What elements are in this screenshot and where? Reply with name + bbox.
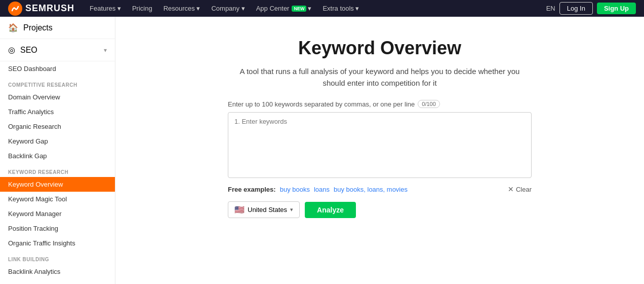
section-keyword-research: KEYWORD RESEARCH xyxy=(0,163,115,177)
example-buy-books[interactable]: buy books xyxy=(280,186,310,193)
section-competitive-research: COMPETITIVE RESEARCH xyxy=(0,76,115,90)
seo-label: SEO xyxy=(20,46,37,55)
logo-text: SEMRUSH xyxy=(25,3,74,14)
sidebar-item-seo[interactable]: ◎ SEO ▾ xyxy=(0,39,115,61)
page-subtitle: A tool that runs a full analysis of your… xyxy=(228,66,532,89)
sidebar-item-projects[interactable]: 🏠 Projects xyxy=(0,17,115,39)
clear-label: Clear xyxy=(516,186,532,193)
sidebar-item-organic-research[interactable]: Organic Research xyxy=(0,119,115,134)
seo-icon: ◎ xyxy=(8,45,15,55)
signup-button[interactable]: Sign Up xyxy=(597,3,636,14)
chevron-down-icon: ▾ xyxy=(104,47,107,54)
x-icon: ✕ xyxy=(508,185,514,193)
sidebar-item-backlink-gap[interactable]: Backlink Gap xyxy=(0,149,115,163)
app-center-badge: NEW xyxy=(292,6,306,12)
bottom-row: 🇺🇸 United States ▾ Analyze xyxy=(228,201,532,218)
logo[interactable]: SEMRUSH xyxy=(8,2,74,16)
home-icon: 🏠 xyxy=(8,23,18,32)
section-link-building: LINK BUILDING xyxy=(0,251,115,264)
example-loans[interactable]: loans xyxy=(314,186,330,193)
analyze-button[interactable]: Analyze xyxy=(305,202,356,218)
us-flag-icon: 🇺🇸 xyxy=(234,205,245,215)
free-examples-row: Free examples: buy books loans buy books… xyxy=(228,185,532,193)
nav-company[interactable]: Company ▾ xyxy=(206,3,250,14)
sidebar-item-backlink-analytics[interactable]: Backlink Analytics xyxy=(0,264,115,279)
main-layout: 🏠 Projects ◎ SEO ▾ SEO Dashboard COMPETI… xyxy=(0,17,644,284)
clear-button[interactable]: ✕ Clear xyxy=(508,185,532,193)
example-combo[interactable]: buy books, loans, movies xyxy=(334,186,408,193)
main-content: Keyword Overview A tool that runs a full… xyxy=(115,17,644,284)
sidebar-item-traffic-analytics[interactable]: Traffic Analytics xyxy=(0,104,115,119)
nav-resources[interactable]: Resources ▾ xyxy=(158,3,206,14)
sidebar-item-keyword-magic-tool[interactable]: Keyword Magic Tool xyxy=(0,192,115,206)
top-navigation: SEMRUSH Features ▾ Pricing Resources ▾ C… xyxy=(0,0,644,17)
sidebar-item-keyword-manager[interactable]: Keyword Manager xyxy=(0,206,115,221)
content-inner: Keyword Overview A tool that runs a full… xyxy=(228,37,532,264)
sidebar-item-seo-dashboard[interactable]: SEO Dashboard xyxy=(0,61,115,76)
free-examples-label: Free examples: xyxy=(228,186,276,193)
login-button[interactable]: Log In xyxy=(559,2,593,15)
nav-extra-tools[interactable]: Extra tools ▾ xyxy=(317,3,364,14)
sidebar: 🏠 Projects ◎ SEO ▾ SEO Dashboard COMPETI… xyxy=(0,17,115,284)
keyword-input[interactable] xyxy=(228,112,532,178)
country-label: United States xyxy=(248,206,287,214)
textarea-wrapper xyxy=(228,112,532,180)
nav-right: EN Log In Sign Up xyxy=(546,2,636,15)
sidebar-item-backlink-audit[interactable]: Backlink Audit xyxy=(0,279,115,284)
country-selector[interactable]: 🇺🇸 United States ▾ xyxy=(228,201,300,218)
language-selector[interactable]: EN xyxy=(546,5,555,12)
nav-pricing[interactable]: Pricing xyxy=(127,3,157,14)
keyword-instructions: Enter up to 100 keywords separated by co… xyxy=(228,100,532,108)
nav-app-center[interactable]: App Center NEW ▾ xyxy=(251,3,317,14)
nav-features[interactable]: Features ▾ xyxy=(85,3,126,14)
sidebar-item-keyword-overview[interactable]: Keyword Overview xyxy=(0,177,115,192)
page-title: Keyword Overview xyxy=(228,37,532,59)
sidebar-item-domain-overview[interactable]: Domain Overview xyxy=(0,90,115,104)
keyword-counter: 0/100 xyxy=(418,100,440,108)
chevron-down-icon: ▾ xyxy=(290,206,293,213)
sidebar-item-organic-traffic-insights[interactable]: Organic Traffic Insights xyxy=(0,236,115,251)
projects-label: Projects xyxy=(23,23,53,32)
instructions-text: Enter up to 100 keywords separated by co… xyxy=(228,100,415,108)
sidebar-item-keyword-gap[interactable]: Keyword Gap xyxy=(0,134,115,149)
nav-links: Features ▾ Pricing Resources ▾ Company ▾… xyxy=(85,3,544,14)
sidebar-item-position-tracking[interactable]: Position Tracking xyxy=(0,221,115,236)
